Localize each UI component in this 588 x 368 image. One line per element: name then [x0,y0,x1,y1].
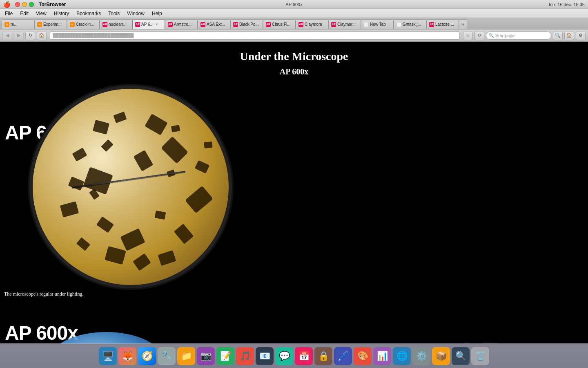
page-subtitle: AP 600x [0,67,588,76]
tab-label-t10: Claymore [305,22,322,27]
traffic-lights [15,2,34,7]
dock-item-packages[interactable]: 📦 [432,347,450,365]
search-go[interactable]: 🔍 [553,31,563,40]
search-text: Startpage [495,33,515,38]
tab-t2[interactable]: NExperim... [34,19,67,29]
tab-favicon-t5: AR [135,22,140,27]
menu-window[interactable]: Window [124,10,148,17]
tab-favicon-t2: N [37,22,42,27]
menu-history[interactable]: History [51,10,72,17]
url-progress: ████████████████████████████ [53,33,134,38]
tab-t8[interactable]: ARBlack Po... [230,19,263,29]
titlebar-right: lun. 16 déc. 15:35 [549,2,585,7]
tab-t13[interactable]: Gmask.j... [394,19,426,29]
tab-close-t5[interactable]: × [156,22,158,27]
tab-label-t11: Claymor... [337,22,356,27]
dock-item-messages[interactable]: 💬 [275,347,293,365]
tab-favicon-t3: N [70,22,75,27]
toolbar: ◀ ▶ ↻ 🏠 ████████████████████████████ ☆ ⟳… [0,29,588,42]
watermark: AR [455,335,506,343]
dock-item-music[interactable]: 🎵 [236,347,254,365]
search-bar[interactable]: 🔍 Startpage [486,31,551,40]
dock-item-files[interactable]: 📁 [177,347,195,365]
reload-btn2[interactable]: ⟳ [474,31,484,40]
tab-favicon-t13 [396,22,401,27]
tab-favicon-t9: AR [266,22,271,27]
dock-item-safari[interactable]: 🧭 [138,347,156,365]
menu-bookmarks[interactable]: Bookmarks [73,10,104,17]
tab-favicon-t10: AR [298,22,303,27]
tab-t1[interactable]: Nm... [2,19,34,29]
bookmark-button[interactable]: ☆ [463,31,473,40]
tab-favicon-t8: AR [233,22,238,27]
tab-favicon-t4: AR [102,22,107,27]
menu-help[interactable]: Help [149,10,165,17]
back-button[interactable]: ◀ [2,31,12,40]
prefs-button[interactable]: ⚙ [576,31,586,40]
menu-edit[interactable]: Edit [17,10,32,17]
tab-t9[interactable]: ARCitrus Fl... [263,19,296,29]
tab-t10[interactable]: ARClaymore [296,19,328,29]
menu-file[interactable]: File [2,10,16,17]
tab-label-t3: Cracklin... [76,22,94,27]
dock-item-firefox[interactable]: 🦊 [118,347,136,365]
menu-view[interactable]: View [33,10,50,17]
tab-t4[interactable]: ARnuclearr... [100,19,132,29]
home-button[interactable]: 🏠 [37,31,47,40]
dock-item-mail[interactable]: 📧 [256,347,274,365]
dock-item-settings[interactable]: ⚙️ [412,347,430,365]
tab-label-t1: m... [11,22,18,27]
tab-label-t4: nuclearr... [109,22,127,27]
tab-favicon-t7: AR [200,22,205,27]
dock-item-security[interactable]: 🔒 [314,347,332,365]
page-content: Under the Microscope AP 600x AP 600x [0,42,588,343]
new-tab-button[interactable]: + [459,19,467,29]
home-btn2[interactable]: 🏠 [564,31,574,40]
minimize-button[interactable] [22,2,27,7]
tab-label-t13: Gmask.j... [403,22,421,27]
tab-favicon-t6: AR [168,22,173,27]
app-name: TorBrowser [39,2,66,7]
dock-item-browser[interactable]: 🌐 [393,347,411,365]
page-main-title: Under the Microscope [0,50,588,63]
content-area: AP 600x [0,89,588,318]
dock-item-search-app[interactable]: 🔍 [452,347,470,365]
tabbar: Nm...NExperim...NCracklin...ARnuclearr..… [0,18,588,29]
tab-t6[interactable]: ARArmstro... [165,19,198,29]
dock-item-draw[interactable]: 🖊️ [334,347,352,365]
dock-item-paint[interactable]: 🎨 [354,347,372,365]
menu-tools[interactable]: Tools [105,10,123,17]
window-title: AP 600x [285,2,302,7]
close-button[interactable] [15,2,20,7]
browser-content: Under the Microscope AP 600x AP 600x [0,42,588,343]
microscope-image [33,89,229,285]
tab-t12[interactable]: New Tab [361,19,394,29]
apple-menu-icon[interactable]: 🍎 [3,1,10,8]
dock-item-system-prefs[interactable]: 🔧 [158,347,176,365]
reload-button[interactable]: ↻ [25,31,35,40]
tab-favicon-t1: N [4,22,9,27]
url-bar[interactable]: ████████████████████████████ [50,31,460,40]
tab-t3[interactable]: NCracklin... [67,19,100,29]
dock-item-finder[interactable]: 🖥️ [99,347,117,365]
tab-label-t9: Citrus Fl... [272,22,291,27]
dock-item-notes[interactable]: 📝 [216,347,234,365]
datetime: lun. 16 déc. 15:35 [549,2,585,7]
dock-item-stats[interactable]: 📊 [373,347,391,365]
dock-item-camera[interactable]: 📷 [197,347,215,365]
tab-t14[interactable]: ARLactose ... [426,19,459,29]
menubar: File Edit View History Bookmarks Tools W… [0,9,588,18]
tab-t7[interactable]: ARASA Ext... [198,19,230,29]
dock: 🖥️🦊🧭🔧📁📷📝🎵📧💬📅🔒🖊️🎨📊🌐⚙️📦🔍🗑️ [0,343,588,368]
maximize-button[interactable] [29,2,34,7]
caption-text: The microscope's regular under lighting. [4,291,588,297]
tab-t5[interactable]: ARAP 6...× [132,19,165,29]
tab-label-t12: New Tab [370,22,386,27]
titlebar: 🍎 TorBrowser AP 600x lun. 16 déc. 15:35 [0,0,588,9]
titlebar-left: 🍎 TorBrowser [3,1,66,8]
tab-label-t5: AP 6... [141,22,154,27]
dock-item-calendar[interactable]: 📅 [295,347,313,365]
dock-item-trash[interactable]: 🗑️ [471,347,489,365]
tab-t11[interactable]: ARClaymor... [328,19,361,29]
forward-button[interactable]: ▶ [14,31,24,40]
